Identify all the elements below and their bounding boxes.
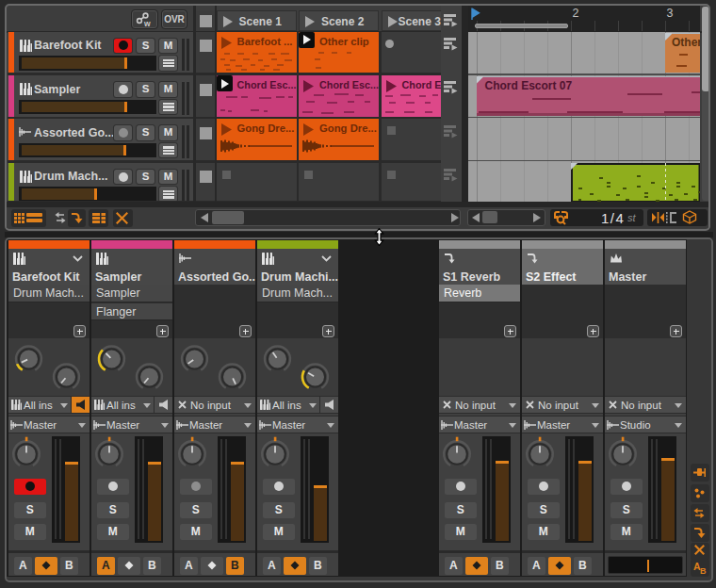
svg-text:B: B <box>700 566 707 576</box>
svg-text:w: w <box>143 19 151 28</box>
